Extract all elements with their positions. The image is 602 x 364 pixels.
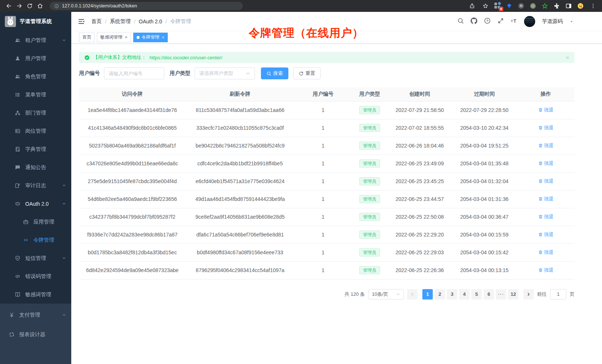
tab-close-icon[interactable]: ×: [125, 35, 128, 40]
sidebar-item-notice[interactable]: 通知公告: [0, 158, 71, 176]
breadcrumb-item[interactable]: 系统管理: [110, 18, 131, 25]
sidebar-item-menu[interactable]: 菜单管理: [0, 86, 71, 104]
page-button-2[interactable]: 2: [435, 289, 445, 300]
github-icon[interactable]: [471, 17, 477, 26]
browser-reload-button[interactable]: [25, 1, 34, 10]
prev-page-button[interactable]: [407, 289, 418, 300]
filter-bar: 用户编号 用户类型 请选择用户类型 搜索 重置: [79, 67, 575, 79]
expire-time-cell: 2054-03-04 00:15:59: [452, 226, 517, 244]
page-button-3[interactable]: 3: [447, 289, 457, 300]
user-type-select[interactable]: 请选择用户类型: [194, 67, 255, 79]
address-bar[interactable]: 127.0.0.1:1024/system/oauth2/token: [50, 2, 243, 10]
sidebar-item-oauth[interactable]: OAuth 2.0: [0, 195, 71, 213]
reset-button[interactable]: 重置: [293, 67, 321, 79]
force-logout-button[interactable]: 强退: [538, 178, 554, 185]
url-text: 127.0.0.1:1024/system/oauth2/token: [62, 3, 137, 9]
app-frame: 芋道管理系统 租户管理用户管理角色管理菜单管理部门管理岗位管理字典管理通知公告审…: [0, 12, 602, 364]
sidebar-item-tenant[interactable]: 租户管理: [0, 31, 71, 49]
sidebar-item-role[interactable]: 角色管理: [0, 67, 71, 86]
table-row: f9336e7c7dd242a283ee98dc86b17a87dfa6c71a…: [79, 226, 575, 244]
browser-forward-button[interactable]: [15, 1, 24, 10]
browser-back-button[interactable]: [4, 1, 13, 10]
goto-page-input[interactable]: [550, 289, 566, 300]
user-type-cell: 管理员: [351, 261, 387, 279]
sidebar-item-audit[interactable]: 审计日志: [0, 176, 71, 195]
force-logout-button[interactable]: 强退: [538, 214, 554, 220]
force-logout-button[interactable]: 强退: [538, 107, 554, 113]
page-button-12[interactable]: 12: [508, 289, 518, 300]
green-star-extension-icon[interactable]: [541, 2, 549, 10]
browser-toolbar-right: 9 ⌘: [468, 1, 598, 10]
force-logout-button[interactable]: 强退: [538, 160, 554, 167]
force-logout-button[interactable]: 强退: [538, 267, 554, 274]
site-info-icon[interactable]: [54, 4, 59, 9]
sidebar-item-label: 短信管理: [25, 255, 46, 262]
tab-敏感词管理[interactable]: 敏感词管理×: [97, 33, 131, 42]
action-cell: 强退: [517, 244, 575, 261]
chevron-down-icon: [62, 37, 66, 43]
next-page-button[interactable]: [523, 289, 534, 300]
bookmark-star-icon[interactable]: [481, 1, 490, 10]
sidebar-item-label: 通知公告: [25, 164, 46, 171]
user-avatar[interactable]: [524, 16, 535, 27]
extension-grid-icon[interactable]: 9: [494, 3, 501, 9]
chevron-down-icon[interactable]: [569, 19, 574, 24]
username[interactable]: 芋道源码: [542, 18, 563, 25]
annotation-text: 令牌管理（在线用户）: [249, 26, 364, 41]
table-row: b0d1785bc3a8482f812db4a3f3bd15ecb0df4980…: [79, 244, 575, 261]
extensions-puzzle-icon[interactable]: [553, 2, 560, 10]
breadcrumb-item[interactable]: 首页: [91, 18, 102, 25]
app-title: 芋道管理系统: [20, 18, 52, 25]
command-extension-icon[interactable]: ⌘: [517, 2, 525, 10]
page-button-1[interactable]: 1: [422, 289, 433, 300]
sidebar-item-user[interactable]: 用户管理: [0, 49, 71, 67]
alert-close-icon[interactable]: ×: [566, 54, 569, 61]
table-row: 275e5de9151045fe87cbdc395e004f4de6cfd40e…: [79, 172, 575, 190]
sidebar-item-sensitive[interactable]: 敏感词管理: [0, 285, 71, 304]
action-cell: 强退: [517, 208, 575, 226]
sidebar-item-label: 错误码管理: [25, 273, 51, 280]
side-panel-icon[interactable]: [565, 2, 572, 10]
help-icon[interactable]: ?: [484, 17, 491, 26]
sidebar-item-oauth-token[interactable]: 令牌管理: [0, 231, 71, 249]
sidebar-item-dict[interactable]: 字典管理: [0, 140, 71, 158]
breadcrumb-item[interactable]: OAuth 2.0: [139, 19, 162, 24]
sidebar-item-label: 应用管理: [33, 219, 54, 225]
browser-menu-icon[interactable]: [589, 1, 598, 10]
profile-avatar-emoji-icon[interactable]: [577, 2, 584, 10]
force-logout-button[interactable]: 强退: [538, 231, 554, 238]
page-button-5[interactable]: 5: [471, 289, 482, 300]
sidebar-item-pay[interactable]: 支付管理: [0, 305, 71, 325]
tab-首页[interactable]: 首页: [79, 33, 95, 42]
sidebar-item-post[interactable]: 岗位管理: [0, 122, 71, 140]
search-icon[interactable]: [457, 17, 464, 26]
fullscreen-icon[interactable]: [497, 17, 504, 26]
sidebar-item-errcode[interactable]: 错误码管理: [0, 267, 71, 285]
force-logout-button[interactable]: 强退: [538, 249, 554, 256]
tab-close-icon[interactable]: ×: [162, 35, 165, 40]
doc-link[interactable]: https://doc.iocoder.cn/user-center/: [150, 55, 222, 60]
page-button-4[interactable]: 4: [459, 289, 470, 300]
tab-令牌管理[interactable]: 令牌管理×: [133, 33, 168, 42]
sidebar-item-sms[interactable]: 短信管理: [0, 249, 71, 267]
force-logout-button[interactable]: 强退: [538, 125, 554, 131]
search-button[interactable]: 搜索: [261, 67, 288, 79]
sidebar-item-dept[interactable]: 部门管理: [0, 104, 71, 122]
page-ellipsis[interactable]: ···: [496, 289, 506, 300]
access-token-cell: 6d842e2924594de9a09e45e087323abe: [79, 261, 186, 279]
user-type-cell: 管理员: [351, 190, 387, 208]
user-id-input[interactable]: [104, 67, 164, 79]
share-icon[interactable]: [468, 1, 477, 10]
sidebar-collapse-icon[interactable]: [77, 17, 85, 26]
browser-home-button[interactable]: [36, 1, 45, 10]
sidebar-item-report[interactable]: 报表设计器: [0, 325, 71, 344]
page-button-6[interactable]: 6: [484, 289, 494, 300]
force-logout-button[interactable]: 强退: [538, 196, 554, 202]
font-size-icon[interactable]: TT: [511, 17, 517, 26]
recorder-extension-icon[interactable]: [529, 2, 537, 10]
sidebar-item-oauth-app[interactable]: 应用管理: [0, 213, 71, 231]
page-size-select[interactable]: 10条/页: [368, 289, 404, 300]
extension-badge: 9: [499, 7, 503, 11]
force-logout-button[interactable]: 强退: [538, 142, 554, 149]
gem-extension-icon[interactable]: [506, 2, 513, 10]
